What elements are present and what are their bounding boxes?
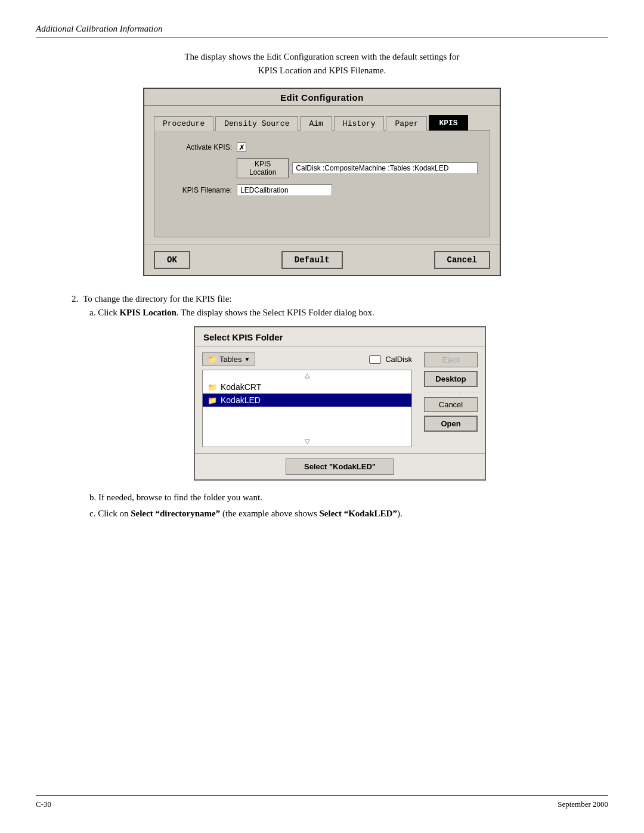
step2-number: 2.	[72, 294, 78, 304]
step-a-container: a. Click KPIS Location. The display show…	[89, 308, 608, 318]
folder-label-led: KodakLED	[221, 395, 261, 405]
footer-right: September 2000	[558, 800, 608, 809]
tab-bar: Procedure Density Source Aim History Pap…	[154, 114, 490, 130]
kpis-filename-row: KPIS Filename: LEDCalibration	[166, 184, 478, 196]
dialog-footer: OK Default Cancel	[144, 244, 500, 275]
step-b-letter: b.	[89, 493, 96, 502]
step-a-text-after: . The display shows the Select KPIS Fold…	[177, 308, 374, 317]
header-title: Additional Calibration Information	[36, 24, 163, 33]
step-c-text-middle: (the example above shows	[220, 509, 319, 518]
activate-kpis-label: Activate KPIS:	[166, 143, 232, 151]
kpis-location-button[interactable]: KPIS Location	[237, 158, 289, 178]
step-a-letter: a.	[89, 308, 95, 317]
activate-kpis-row: Activate KPIS: ✗	[166, 143, 478, 152]
intro-line1: The display shows the Edit Configuration…	[184, 52, 459, 61]
activate-kpis-checkbox-container: ✗	[237, 143, 246, 152]
tab-density-source[interactable]: Density Source	[215, 116, 298, 131]
scroll-down: ▽	[203, 436, 411, 447]
step-c-text-before: Click on	[98, 509, 131, 518]
desktop-button[interactable]: Desktop	[424, 371, 478, 387]
cancel-button[interactable]: Cancel	[434, 251, 490, 269]
folder-item-kodakled[interactable]: 📁 KodakLED	[203, 394, 411, 407]
disk-label: CalDisk	[369, 355, 412, 364]
disk-icon	[369, 355, 381, 364]
step2-text: To change the directory for the KPIS fil…	[83, 294, 231, 304]
step-c-bold2: Select “KodakLED”	[319, 509, 397, 518]
select-kpis-folder-dialog: Select KPIS Folder 📁 Tables ▼ CalDisk	[194, 326, 486, 481]
kpis-location-row: KPIS Location CalDisk :CompositeMachine …	[166, 158, 478, 178]
kpis-location-field[interactable]: CalDisk :CompositeMachine :Tables :Kodak…	[292, 162, 478, 174]
intro-text: The display shows the Edit Configuration…	[36, 50, 608, 77]
step2-container: 2. To change the directory for the KPIS …	[72, 294, 608, 524]
tab-history[interactable]: History	[334, 116, 385, 131]
eject-button[interactable]: Eject	[424, 352, 478, 367]
folder-nav-row: 📁 Tables ▼ CalDisk	[202, 352, 412, 366]
activate-kpis-checkbox[interactable]: ✗	[237, 143, 246, 152]
ok-button[interactable]: OK	[154, 251, 190, 269]
folder-icon-led: 📁	[208, 396, 217, 405]
page-header: Additional Calibration Information	[36, 24, 608, 38]
folder-right-panel: Eject Desktop Cancel Open	[418, 352, 478, 447]
footer-left: C-30	[36, 800, 51, 809]
dropdown-arrow-icon: ▼	[244, 356, 250, 363]
folder-dropdown[interactable]: 📁 Tables ▼	[202, 352, 255, 366]
tab-procedure[interactable]: Procedure	[154, 116, 213, 131]
step-c-bold1: Select “directoryname”	[131, 509, 220, 518]
folder-dialog-title: Select KPIS Folder	[195, 327, 485, 346]
edit-config-dialog: Edit Configuration Procedure Density Sou…	[143, 88, 501, 276]
step-c-container: c. Click on Select “directoryname” (the …	[89, 506, 608, 521]
folder-label-crt: KodakCRT	[221, 382, 261, 392]
folder-item-kodakcrt[interactable]: 📁 KodakCRT	[203, 380, 411, 394]
step-a-text-before: Click	[98, 308, 119, 317]
kpis-filename-label: KPIS Filename:	[166, 186, 232, 194]
scroll-up: △	[203, 370, 411, 380]
open-button[interactable]: Open	[424, 416, 478, 432]
kpis-filename-field[interactable]: LEDCalibration	[237, 184, 332, 196]
folder-icon-crt: 📁	[208, 383, 217, 392]
folder-cancel-button[interactable]: Cancel	[424, 397, 478, 412]
step-b-text: If needed, browse to find the folder you…	[98, 493, 262, 502]
folder-dialog-body: 📁 Tables ▼ CalDisk △ 📁 Koda	[195, 346, 485, 453]
folder-select-btn-container: Select "KodakLED"	[195, 453, 485, 479]
step-b-container: b. If needed, browse to find the folder …	[89, 493, 608, 503]
step-c-text-after: ).	[397, 509, 402, 518]
tab-content-kpis: Activate KPIS: ✗ KPIS Location CalDisk :…	[154, 130, 490, 237]
folder-list: △ 📁 KodakCRT 📁 KodakLED ▽	[202, 370, 412, 447]
dialog-body: Procedure Density Source Aim History Pap…	[144, 106, 500, 244]
default-button[interactable]: Default	[281, 251, 343, 269]
step-c-letter: c.	[89, 509, 95, 518]
folder-dropdown-label: Tables	[219, 355, 242, 364]
select-kodakled-button[interactable]: Select "KodakLED"	[286, 459, 394, 475]
intro-line2: KPIS Location and KPIS Filename.	[258, 66, 386, 75]
tab-paper[interactable]: Paper	[386, 116, 427, 131]
page-footer: C-30 September 2000	[36, 795, 608, 809]
tab-kpis[interactable]: KPIS	[429, 115, 467, 131]
step-a-bold: KPIS Location	[119, 308, 176, 317]
dialog-title: Edit Configuration	[144, 89, 500, 106]
folder-left-panel: 📁 Tables ▼ CalDisk △ 📁 Koda	[202, 352, 412, 447]
disk-name: CalDisk	[385, 355, 412, 364]
tab-aim[interactable]: Aim	[300, 116, 332, 131]
